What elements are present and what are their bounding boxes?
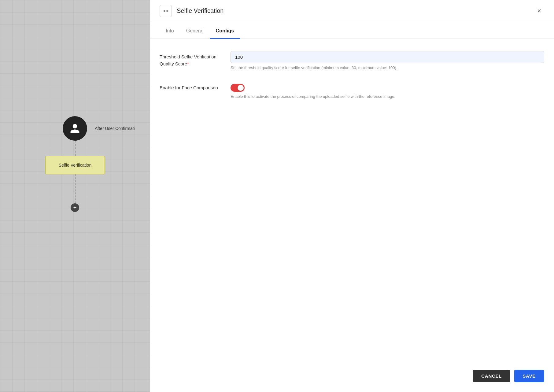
face-comparison-row: Enable for Face Comparison Enable this t… [160,82,544,100]
threshold-field: Set the threshold quality score for self… [231,51,544,71]
panel-body: Threshold Selfie Verification Quality Sc… [150,39,554,364]
canvas-content: After User Confirmati Selfie Verificatio… [0,0,150,392]
close-icon: × [537,7,541,15]
tab-general[interactable]: General [180,22,210,39]
node-box-label: Selfie Verification [59,163,91,168]
tab-configs[interactable]: Configs [210,22,240,39]
toggle-wrapper [231,82,544,92]
panel-title: Selfie Verification [177,7,223,14]
face-comparison-field: Enable this to activate the process of c… [231,82,544,100]
add-node-button[interactable]: + [71,203,79,212]
connector-line-top [75,141,76,156]
panel-header: <> Selfie Verification × [150,0,554,22]
threshold-row: Threshold Selfie Verification Quality Sc… [160,51,544,71]
face-comparison-hint: Enable this to activate the process of c… [231,94,544,100]
face-comparison-label: Enable for Face Comparison [160,82,221,91]
node-label: After User Confirmati [95,126,135,131]
config-panel: <> Selfie Verification × Info General Co… [150,0,554,392]
threshold-label: Threshold Selfie Verification Quality Sc… [160,51,221,67]
toggle-slider [231,84,245,92]
face-comparison-toggle[interactable] [231,84,245,92]
cancel-button[interactable]: CANCEL [473,370,510,382]
connector-line-bottom [75,174,76,203]
plus-icon: + [73,205,77,211]
header-left: <> Selfie Verification [160,5,223,17]
threshold-input[interactable] [231,51,544,63]
user-icon [69,123,80,134]
user-node [63,116,87,141]
required-star: * [187,61,189,66]
selfie-verification-node[interactable]: Selfie Verification [45,156,105,174]
tab-info[interactable]: Info [160,22,180,39]
panel-footer: CANCEL SAVE [150,364,554,392]
tabs-container: Info General Configs [150,22,554,39]
code-icon: <> [163,8,168,14]
code-icon-button[interactable]: <> [160,5,172,17]
save-button[interactable]: SAVE [514,370,544,382]
close-button[interactable]: × [534,6,544,16]
threshold-hint: Set the threshold quality score for self… [231,65,544,71]
